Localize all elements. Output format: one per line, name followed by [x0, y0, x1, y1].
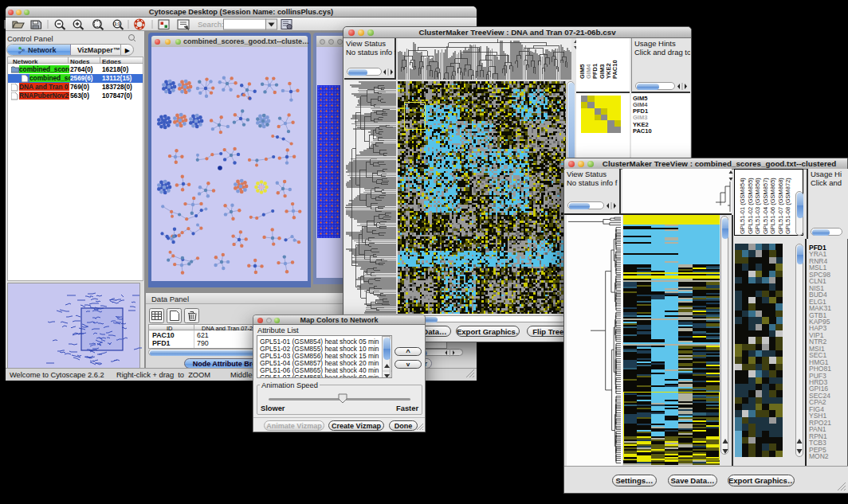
svg-text:1:1: 1:1: [114, 21, 120, 26]
svg-text:GPL51-01 (GSM854): GPL51-01 (GSM854): [739, 178, 746, 234]
svg-text:GPL51-07 (GSM868): GPL51-07 (GSM868): [777, 178, 784, 234]
svg-text:GPL51-03 (GSM856): GPL51-03 (GSM856): [754, 178, 761, 234]
svg-text:GPL51-06 (GSM865): GPL51-06 (GSM865): [769, 178, 776, 234]
svg-text:GPL51-02 (GSM855): GPL51-02 (GSM855): [747, 178, 754, 234]
svg-text:GPL51-08 (GSM872): GPL51-08 (GSM872): [784, 178, 791, 234]
svg-text:Search:: Search:: [198, 20, 224, 29]
svg-text:PAC10: PAC10: [611, 60, 618, 79]
svg-text:GPL51-04 (GSM857): GPL51-04 (GSM857): [762, 178, 769, 234]
